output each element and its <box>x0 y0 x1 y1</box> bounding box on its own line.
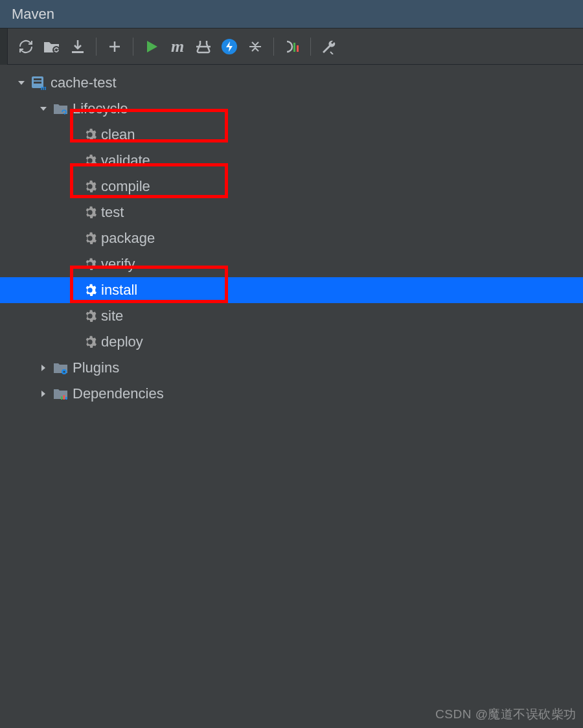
collapse-icon <box>248 40 262 54</box>
svg-rect-4 <box>297 45 299 52</box>
goal-label: validate <box>101 154 150 168</box>
chevron-right-icon <box>38 362 49 374</box>
gear-icon <box>83 205 97 220</box>
refresh-button[interactable] <box>14 35 38 58</box>
panel-title: Maven <box>12 6 54 23</box>
gear-icon <box>83 335 97 349</box>
maven-goal-button[interactable]: m <box>166 35 189 58</box>
goal-label: install <box>101 283 137 297</box>
goal-label: compile <box>101 179 150 194</box>
svg-rect-11 <box>61 396 63 400</box>
gear-icon <box>83 128 97 142</box>
gear-icon <box>83 283 97 297</box>
gear-icon <box>83 257 97 271</box>
goal-deploy[interactable]: deploy <box>0 329 583 355</box>
run-button[interactable] <box>140 35 163 58</box>
plus-icon <box>108 40 121 53</box>
toolbar-separator <box>273 38 274 56</box>
gear-icon <box>83 309 97 323</box>
goal-verify[interactable]: verify <box>0 251 583 277</box>
generate-sources-button[interactable] <box>40 35 63 58</box>
svg-point-0 <box>52 46 60 54</box>
folder-sync-icon <box>43 40 60 54</box>
svg-rect-13 <box>65 397 67 400</box>
svg-point-10 <box>63 371 65 373</box>
svg-rect-12 <box>63 395 65 400</box>
profiles-button[interactable] <box>280 35 304 58</box>
gear-icon <box>83 154 97 168</box>
project-label: cache-test <box>51 76 117 90</box>
goal-install[interactable]: install <box>0 277 583 303</box>
folder-plugins-icon <box>53 361 69 374</box>
toolbar-separator <box>96 38 97 56</box>
collapse-all-button[interactable] <box>244 35 267 58</box>
maven-module-icon: m <box>31 76 47 90</box>
panel-title-bar: Maven <box>0 0 583 28</box>
offline-button[interactable] <box>218 35 241 58</box>
profiles-icon <box>284 39 300 54</box>
gear-icon <box>83 179 97 194</box>
tree-lifecycle-node[interactable]: Lifecycle <box>0 96 583 122</box>
lifecycle-label: Lifecycle <box>73 102 128 116</box>
toolbar: m <box>0 28 583 65</box>
goal-label: verify <box>101 257 135 271</box>
add-button[interactable] <box>103 35 126 58</box>
toolbar-separator <box>133 38 133 56</box>
goal-site[interactable]: site <box>0 303 583 329</box>
goal-label: package <box>101 231 155 245</box>
chevron-down-icon <box>16 77 27 89</box>
svg-rect-6 <box>34 78 41 80</box>
play-icon <box>145 40 158 54</box>
svg-rect-1 <box>72 51 84 53</box>
tree-dependencies-node[interactable]: Dependencies <box>0 381 583 407</box>
download-icon <box>71 39 85 54</box>
goal-validate[interactable]: validate <box>0 148 583 174</box>
goal-label: clean <box>101 128 135 142</box>
goal-test[interactable]: test <box>0 199 583 225</box>
gear-icon <box>83 231 97 245</box>
chevron-down-icon <box>38 103 49 115</box>
refresh-icon <box>18 39 34 54</box>
settings-button[interactable] <box>317 35 341 58</box>
goal-compile[interactable]: compile <box>0 174 583 199</box>
goal-label: test <box>101 205 124 220</box>
chevron-right-icon <box>38 388 49 400</box>
dependencies-label: Dependencies <box>73 387 164 401</box>
goal-label: site <box>101 309 123 323</box>
watermark: CSDN @魔道不误砍柴功 <box>435 706 577 723</box>
svg-text:m: m <box>41 84 47 90</box>
download-sources-button[interactable] <box>66 35 89 58</box>
m-icon: m <box>171 37 184 56</box>
project-tree: m cache-test Lifecycle clean validate co… <box>0 65 583 728</box>
skip-tests-button[interactable] <box>192 35 215 58</box>
wrench-icon <box>321 39 337 54</box>
lightning-icon <box>221 38 238 55</box>
folder-dependencies-icon <box>53 387 69 400</box>
folder-lifecycle-icon <box>53 102 69 115</box>
goal-package[interactable]: package <box>0 225 583 251</box>
goal-label: deploy <box>101 335 143 349</box>
toolbar-separator <box>310 38 311 56</box>
plugins-label: Plugins <box>73 361 119 375</box>
goal-clean[interactable]: clean <box>0 122 583 148</box>
tree-project-node[interactable]: m cache-test <box>0 70 583 96</box>
svg-rect-3 <box>293 43 295 52</box>
skip-tests-icon <box>195 39 212 54</box>
tree-plugins-node[interactable]: Plugins <box>0 355 583 381</box>
